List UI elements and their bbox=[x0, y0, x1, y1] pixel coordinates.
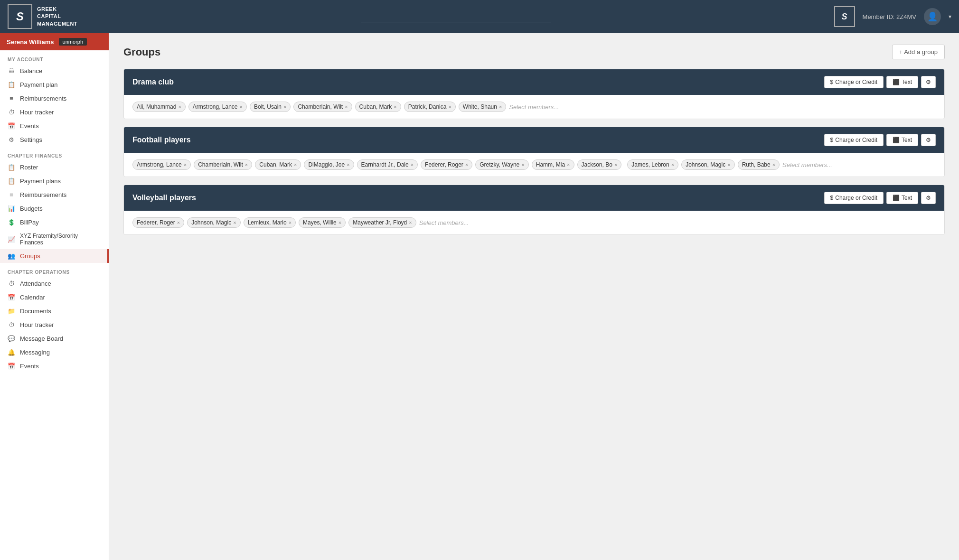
sidebar-item-billpay[interactable]: 💲 BillPay bbox=[0, 215, 109, 229]
remove-member-icon[interactable]: × bbox=[727, 162, 730, 168]
sidebar-item-groups[interactable]: 👥 Groups bbox=[0, 249, 109, 263]
sidebar-item-messaging[interactable]: 🔔 Messaging bbox=[0, 345, 109, 359]
select-members-placeholder[interactable]: Select members... bbox=[782, 161, 832, 168]
member-tag: Patrick, Danica × bbox=[404, 102, 456, 112]
sidebar-item-documents[interactable]: 📁 Documents bbox=[0, 304, 109, 318]
page-title: Groups bbox=[123, 46, 160, 58]
sidebar-item-payment-plan[interactable]: 📋 Payment plan bbox=[0, 78, 109, 92]
text-button-football-players[interactable]: ⬛ Text bbox=[886, 134, 918, 146]
sidebar-item-reimbursements-chapter[interactable]: ≡ Reimbursements bbox=[0, 188, 109, 202]
remove-member-icon[interactable]: × bbox=[184, 162, 187, 168]
member-id: Member ID: 2Z4MV bbox=[863, 13, 916, 20]
xyz-finances-label: XYZ Fraternity/Sorority Finances bbox=[20, 233, 101, 246]
message-board-icon: 💬 bbox=[8, 335, 15, 342]
remove-member-icon[interactable]: × bbox=[772, 162, 775, 168]
charge-credit-button-football-players[interactable]: $ Charge or Credit bbox=[824, 134, 884, 146]
remove-member-icon[interactable]: × bbox=[448, 104, 451, 110]
user-avatar-icon[interactable]: 👤 bbox=[924, 8, 941, 25]
search-input[interactable] bbox=[361, 11, 551, 22]
member-tag: Cuban, Mark × bbox=[355, 102, 401, 112]
user-name: Serena Williams bbox=[7, 38, 54, 46]
dollar-icon: $ bbox=[830, 137, 834, 143]
settings-icon: ⚙ bbox=[8, 136, 15, 143]
text-icon: ⬛ bbox=[893, 195, 900, 201]
text-button-volleyball-players[interactable]: ⬛ Text bbox=[886, 192, 918, 204]
remove-member-icon[interactable]: × bbox=[233, 220, 236, 225]
text-button-drama-club[interactable]: ⬛ Text bbox=[886, 76, 918, 88]
unmorph-button[interactable]: unmorph bbox=[59, 38, 87, 46]
remove-member-icon[interactable]: × bbox=[345, 104, 348, 110]
member-logo: S bbox=[834, 6, 855, 27]
member-tag: Johnson, Magic × bbox=[681, 159, 734, 170]
remove-member-icon[interactable]: × bbox=[614, 162, 617, 168]
calendar-label: Calendar bbox=[20, 294, 45, 301]
select-members-placeholder[interactable]: Select members... bbox=[419, 219, 469, 226]
settings-label: Settings bbox=[20, 136, 42, 143]
remove-member-icon[interactable]: × bbox=[178, 104, 181, 110]
top-navigation: S GREEKCAPITALMANAGEMENT S Member ID: 2Z… bbox=[0, 0, 959, 33]
member-tag: Federer, Roger × bbox=[132, 217, 184, 228]
member-tag: Armstrong, Lance × bbox=[132, 159, 191, 170]
sidebar-item-message-board[interactable]: 💬 Message Board bbox=[0, 332, 109, 345]
remove-member-icon[interactable]: × bbox=[289, 220, 291, 225]
reimbursements-chapter-icon: ≡ bbox=[8, 191, 15, 198]
messaging-label: Messaging bbox=[20, 349, 50, 356]
remove-member-icon[interactable]: × bbox=[567, 162, 570, 168]
remove-member-icon[interactable]: × bbox=[465, 162, 468, 168]
sidebar-item-events-ops[interactable]: 📅 Events bbox=[0, 359, 109, 373]
remove-member-icon[interactable]: × bbox=[671, 162, 674, 168]
remove-member-icon[interactable]: × bbox=[411, 162, 414, 168]
payment-plan-label: Payment plan bbox=[20, 81, 58, 88]
sidebar-item-attendance[interactable]: ⏱ Attendance bbox=[0, 277, 109, 290]
events-ops-label: Events bbox=[20, 363, 39, 370]
gear-icon-volleyball-players: ⚙ bbox=[926, 195, 931, 201]
settings-button-football-players[interactable]: ⚙ bbox=[921, 134, 936, 146]
remove-member-icon[interactable]: × bbox=[245, 162, 248, 168]
group-body-drama-club: Ali, Muhammad × Armstrong, Lance × Bolt,… bbox=[124, 95, 944, 119]
sidebar-item-hour-tracker-ops[interactable]: ⏱ Hour tracker bbox=[0, 318, 109, 332]
add-group-button[interactable]: + Add a group bbox=[892, 45, 945, 59]
balance-icon: 🏛 bbox=[8, 67, 15, 75]
remove-member-icon[interactable]: × bbox=[240, 104, 243, 110]
remove-member-icon[interactable]: × bbox=[283, 104, 286, 110]
roster-icon: 📋 bbox=[8, 164, 15, 171]
sidebar-item-roster[interactable]: 📋 Roster bbox=[0, 160, 109, 174]
sidebar-item-reimbursements[interactable]: ≡ Reimbursements bbox=[0, 92, 109, 105]
remove-member-icon[interactable]: × bbox=[177, 220, 180, 225]
select-members-placeholder[interactable]: Select members... bbox=[509, 103, 559, 111]
group-header-volleyball-players: Volleyball players $ Charge or Credit ⬛ … bbox=[124, 185, 944, 211]
sidebar-item-balance[interactable]: 🏛 Balance bbox=[0, 64, 109, 78]
remove-member-icon[interactable]: × bbox=[338, 220, 341, 225]
remove-member-icon[interactable]: × bbox=[521, 162, 524, 168]
member-tag: Lemieux, Mario × bbox=[244, 217, 296, 228]
member-tag: Cuban, Mark × bbox=[255, 159, 301, 170]
member-tag: Ali, Muhammad × bbox=[132, 102, 186, 112]
attendance-icon: ⏱ bbox=[8, 280, 15, 287]
remove-member-icon[interactable]: × bbox=[394, 104, 396, 110]
sidebar-item-calendar[interactable]: 📅 Calendar bbox=[0, 290, 109, 304]
sidebar-item-events[interactable]: 📅 Events bbox=[0, 119, 109, 133]
remove-member-icon[interactable]: × bbox=[347, 162, 349, 168]
member-tag: Earnhardt Jr., Dale × bbox=[357, 159, 418, 170]
settings-button-volleyball-players[interactable]: ⚙ bbox=[921, 192, 936, 204]
messaging-icon: 🔔 bbox=[8, 349, 15, 356]
sidebar-item-settings[interactable]: ⚙ Settings bbox=[0, 133, 109, 147]
member-tag: Hamm, Mia × bbox=[532, 159, 574, 170]
sidebar-item-xyz-finances[interactable]: 📈 XYZ Fraternity/Sorority Finances bbox=[0, 229, 109, 249]
sidebar-item-budgets[interactable]: 📊 Budgets bbox=[0, 202, 109, 215]
hour-tracker-ops-icon: ⏱ bbox=[8, 321, 15, 328]
remove-member-icon[interactable]: × bbox=[499, 104, 502, 110]
search-bar[interactable] bbox=[361, 11, 551, 22]
charge-credit-button-drama-club[interactable]: $ Charge or Credit bbox=[824, 76, 884, 88]
group-card-drama-club: Drama club $ Charge or Credit ⬛ Text ⚙ bbox=[123, 69, 945, 119]
user-bar: Serena Williams unmorph bbox=[0, 33, 109, 50]
text-icon: ⬛ bbox=[893, 137, 900, 143]
sidebar-item-payment-plans[interactable]: 📋 Payment plans bbox=[0, 174, 109, 188]
remove-member-icon[interactable]: × bbox=[409, 220, 412, 225]
user-dropdown-arrow[interactable]: ▾ bbox=[949, 13, 951, 20]
sidebar-item-hour-tracker[interactable]: ⏱ Hour tracker bbox=[0, 105, 109, 119]
settings-button-drama-club[interactable]: ⚙ bbox=[921, 76, 936, 88]
charge-credit-button-volleyball-players[interactable]: $ Charge or Credit bbox=[824, 192, 884, 204]
hour-tracker-label: Hour tracker bbox=[20, 109, 54, 116]
remove-member-icon[interactable]: × bbox=[294, 162, 297, 168]
